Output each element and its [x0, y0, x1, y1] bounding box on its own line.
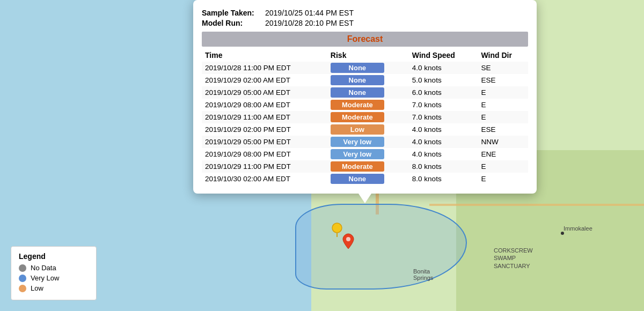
cell-wind-speed: 6.0 knots — [409, 86, 478, 99]
road-2 — [429, 204, 644, 206]
legend-dot — [19, 275, 26, 282]
risk-badge: None — [331, 75, 384, 85]
cell-wind-dir: E — [478, 160, 528, 173]
cell-risk: Very low — [327, 148, 409, 160]
cell-wind-speed: 4.0 knots — [409, 148, 478, 160]
risk-badge: None — [331, 174, 384, 184]
legend-row: Very Low — [19, 274, 89, 282]
sample-taken-value: 2019/10/25 01:44 PM EST — [265, 9, 354, 17]
forecast-table: Time Risk Wind Speed Wind Dir 2019/10/28… — [202, 50, 528, 185]
legend-title: Legend — [19, 252, 89, 261]
cell-wind-dir: ESE — [478, 74, 528, 86]
risk-badge: Moderate — [331, 100, 384, 110]
cell-wind-speed: 8.0 knots — [409, 160, 478, 173]
legend-row: No Data — [19, 264, 89, 272]
cell-time: 2019/10/29 08:00 PM EDT — [202, 148, 327, 160]
cell-risk: Moderate — [327, 111, 409, 123]
legend-label: No Data — [31, 264, 56, 272]
legend-items: No DataVery LowLow — [19, 264, 89, 292]
cell-time: 2019/10/29 02:00 AM EDT — [202, 74, 327, 86]
cell-wind-speed: 5.0 knots — [409, 74, 478, 86]
table-row: 2019/10/29 08:00 AM EDTModerate7.0 knots… — [202, 99, 528, 111]
risk-badge: Low — [331, 124, 384, 135]
risk-badge: None — [331, 63, 384, 73]
cell-time: 2019/10/29 11:00 AM EDT — [202, 111, 327, 123]
cell-wind-dir: ENE — [478, 148, 528, 160]
col-risk: Risk — [327, 50, 409, 62]
col-wind-dir: Wind Dir — [478, 50, 528, 62]
cell-wind-dir: E — [478, 173, 528, 185]
table-row: 2019/10/29 11:00 PM EDTModerate8.0 knots… — [202, 160, 528, 173]
yellow-pin[interactable] — [332, 223, 342, 240]
table-row: 2019/10/29 02:00 PM EDTLow4.0 knotsESE — [202, 123, 528, 136]
legend-dot — [19, 264, 26, 272]
cell-wind-dir: E — [478, 99, 528, 111]
table-row: 2019/10/30 02:00 AM EDTNone8.0 knotsE — [202, 173, 528, 185]
table-row: 2019/10/28 11:00 PM EDTNone4.0 knotsSE — [202, 62, 528, 74]
cell-risk: Low — [327, 123, 409, 136]
corkscrew-label: CORKSCREW SWAMP SANCTUARY — [494, 247, 533, 270]
cell-wind-speed: 4.0 knots — [409, 62, 478, 74]
legend-dot — [19, 285, 26, 292]
risk-badge: Moderate — [331, 161, 384, 172]
cell-risk: Moderate — [327, 99, 409, 111]
col-wind-speed: Wind Speed — [409, 50, 478, 62]
legend-panel: Legend No DataVery LowLow — [11, 246, 97, 300]
cell-wind-dir: SE — [478, 62, 528, 74]
forecast-title: Forecast — [202, 32, 528, 47]
cell-time: 2019/10/29 05:00 AM EDT — [202, 86, 327, 99]
table-row: 2019/10/29 11:00 AM EDTModerate7.0 knots… — [202, 111, 528, 123]
cell-wind-dir: E — [478, 111, 528, 123]
cell-risk: None — [327, 62, 409, 74]
cell-wind-dir: ESE — [478, 123, 528, 136]
cell-wind-speed: 7.0 knots — [409, 99, 478, 111]
bonita-label: Bonita Springs — [413, 268, 433, 281]
legend-label: Low — [31, 284, 43, 292]
immokalee-dot — [561, 232, 564, 235]
cell-time: 2019/10/29 02:00 PM EDT — [202, 123, 327, 136]
table-row: 2019/10/29 02:00 AM EDTNone5.0 knotsESE — [202, 74, 528, 86]
cell-risk: None — [327, 173, 409, 185]
cell-wind-speed: 8.0 knots — [409, 173, 478, 185]
cell-wind-dir: E — [478, 86, 528, 99]
table-row: 2019/10/29 08:00 PM EDTVery low4.0 knots… — [202, 148, 528, 160]
model-run-value: 2019/10/28 20:10 PM EST — [265, 19, 354, 27]
cell-risk: None — [327, 86, 409, 99]
risk-badge: Very low — [331, 137, 384, 147]
risk-badge: Moderate — [331, 112, 384, 122]
sample-taken-row: Sample Taken: 2019/10/25 01:44 PM EST — [202, 9, 528, 17]
model-run-row: Model Run: 2019/10/28 20:10 PM EST — [202, 19, 528, 27]
cell-wind-speed: 7.0 knots — [409, 111, 478, 123]
cell-wind-dir: NNW — [478, 136, 528, 148]
legend-row: Low — [19, 284, 89, 292]
immokalee-label: Immokalee — [564, 225, 592, 232]
cell-wind-speed: 4.0 knots — [409, 123, 478, 136]
cell-time: 2019/10/29 05:00 PM EDT — [202, 136, 327, 148]
svg-point-1 — [346, 237, 350, 241]
risk-badge: None — [331, 87, 384, 98]
svg-point-0 — [332, 223, 342, 233]
cell-time: 2019/10/30 02:00 AM EDT — [202, 173, 327, 185]
legend-label: Very Low — [31, 274, 59, 282]
cell-time: 2019/10/28 11:00 PM EDT — [202, 62, 327, 74]
cell-risk: Very low — [327, 136, 409, 148]
main-pin[interactable] — [342, 233, 354, 251]
cell-risk: None — [327, 74, 409, 86]
forecast-popup: Sample Taken: 2019/10/25 01:44 PM EST Mo… — [193, 0, 537, 194]
cell-time: 2019/10/29 11:00 PM EDT — [202, 160, 327, 173]
cell-risk: Moderate — [327, 160, 409, 173]
sample-taken-label: Sample Taken: — [202, 9, 261, 17]
cell-time: 2019/10/29 08:00 AM EDT — [202, 99, 327, 111]
risk-badge: Very low — [331, 149, 384, 159]
cell-wind-speed: 4.0 knots — [409, 136, 478, 148]
model-run-label: Model Run: — [202, 19, 261, 27]
table-row: 2019/10/29 05:00 AM EDTNone6.0 knotsE — [202, 86, 528, 99]
table-row: 2019/10/29 05:00 PM EDTVery low4.0 knots… — [202, 136, 528, 148]
col-time: Time — [202, 50, 327, 62]
